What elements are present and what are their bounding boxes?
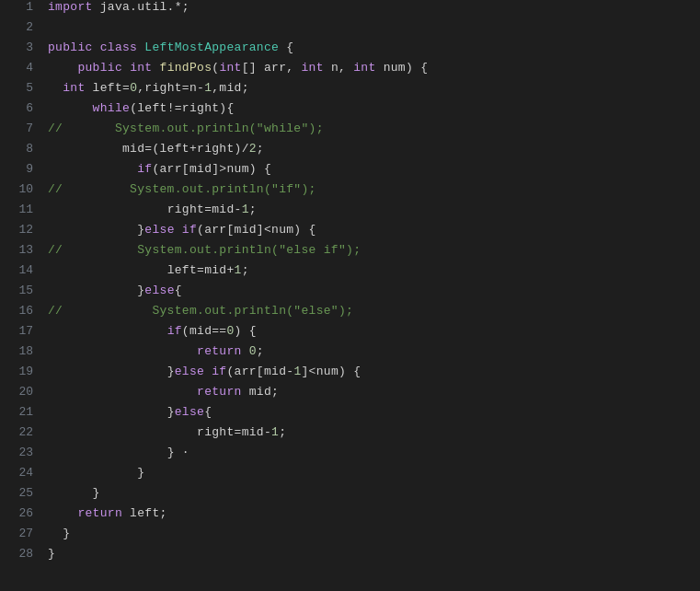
line-number: 18: [7, 344, 33, 358]
line-number: 25: [7, 486, 33, 500]
code-line: 4 public int findPos(int[] arr, int n, i…: [0, 61, 700, 81]
line-content: // System.out.println("if");: [48, 182, 316, 196]
code-line: 1import java.util.*;: [0, 0, 700, 20]
code-line: 8 mid=(left+right)/2;: [0, 142, 700, 162]
code-line: 5 int left=0,right=n-1,mid;: [0, 81, 700, 101]
code-editor: 1import java.util.*;23public class LeftM…: [0, 0, 700, 567]
line-content: while(left!=right){: [48, 101, 235, 115]
code-line: 17 if(mid==0) {: [0, 324, 700, 344]
code-line: 6 while(left!=right){: [0, 101, 700, 122]
code-line: 9 if(arr[mid]>num) {: [0, 162, 700, 182]
code-line: 3public class LeftMostAppearance {: [0, 41, 700, 61]
code-line: 28}: [0, 547, 700, 567]
line-content: }else if(arr[mid-1]<num) {: [48, 365, 361, 378]
line-number: 26: [7, 506, 33, 520]
line-number: 24: [7, 466, 33, 480]
line-content: int left=0,right=n-1,mid;: [48, 81, 249, 95]
line-number: 27: [7, 527, 33, 540]
code-line: 10// System.out.println("if");: [0, 182, 700, 203]
line-content: }: [48, 527, 70, 540]
line-number: 14: [7, 263, 33, 277]
line-number: 9: [7, 162, 33, 176]
code-line: 25 }: [0, 486, 700, 506]
code-line: 26 return left;: [0, 506, 700, 527]
line-number: 17: [7, 324, 33, 338]
line-number: 15: [7, 284, 33, 297]
code-line: 27 }: [0, 527, 700, 547]
line-content: import java.util.*;: [48, 0, 189, 14]
code-line: 13// System.out.println("else if");: [0, 243, 700, 263]
line-number: 2: [7, 20, 33, 34]
line-number: 4: [7, 61, 33, 75]
line-number: 23: [7, 446, 33, 459]
line-content: }else if(arr[mid]<num) {: [48, 223, 316, 237]
line-number: 1: [7, 0, 33, 14]
line-content: }else{: [48, 284, 182, 297]
code-line: 7// System.out.println("while");: [0, 122, 700, 142]
code-line: 19 }else if(arr[mid-1]<num) {: [0, 365, 700, 385]
code-line: 2: [0, 20, 700, 41]
line-number: 7: [7, 122, 33, 135]
line-number: 13: [7, 243, 33, 257]
line-content: return left;: [48, 506, 167, 520]
line-content: }: [48, 466, 144, 480]
code-line: 15 }else{: [0, 284, 700, 304]
code-line: 11 right=mid-1;: [0, 203, 700, 223]
code-line: 22 right=mid-1;: [0, 425, 700, 446]
code-line: 18 return 0;: [0, 344, 700, 365]
line-content: return 0;: [48, 344, 264, 358]
line-content: // System.out.println("else if");: [48, 243, 361, 257]
line-content: right=mid-1;: [48, 203, 257, 216]
code-line: 20 return mid;: [0, 385, 700, 405]
code-line: 24 }: [0, 466, 700, 486]
line-number: 22: [7, 425, 33, 439]
line-content: mid=(left+right)/2;: [48, 142, 264, 156]
code-line: 21 }else{: [0, 405, 700, 425]
line-number: 8: [7, 142, 33, 156]
line-number: 5: [7, 81, 33, 95]
code-line: 12 }else if(arr[mid]<num) {: [0, 223, 700, 243]
line-content: right=mid-1;: [48, 425, 286, 439]
line-content: left=mid+1;: [48, 263, 249, 277]
line-content: if(arr[mid]>num) {: [48, 162, 271, 176]
line-content: // System.out.println("while");: [48, 122, 324, 135]
line-content: return mid;: [48, 385, 279, 399]
line-number: 12: [7, 223, 33, 237]
line-content: public class LeftMostAppearance {: [48, 41, 293, 54]
line-number: 3: [7, 41, 33, 54]
line-content: }: [48, 486, 100, 500]
line-number: 21: [7, 405, 33, 419]
line-content: } ·: [48, 446, 189, 459]
line-content: // System.out.println("else");: [48, 304, 353, 318]
line-number: 20: [7, 385, 33, 399]
line-number: 10: [7, 182, 33, 196]
line-content: if(mid==0) {: [48, 324, 257, 338]
line-number: 16: [7, 304, 33, 318]
line-content: }: [48, 547, 55, 561]
line-content: }else{: [48, 405, 212, 419]
code-line: 23 } ·: [0, 446, 700, 466]
line-number: 28: [7, 547, 33, 561]
code-line: 14 left=mid+1;: [0, 263, 700, 284]
code-line: 16// System.out.println("else");: [0, 304, 700, 324]
line-number: 11: [7, 203, 33, 216]
line-number: 19: [7, 365, 33, 378]
line-content: public int findPos(int[] arr, int n, int…: [48, 61, 428, 75]
line-number: 6: [7, 101, 33, 115]
